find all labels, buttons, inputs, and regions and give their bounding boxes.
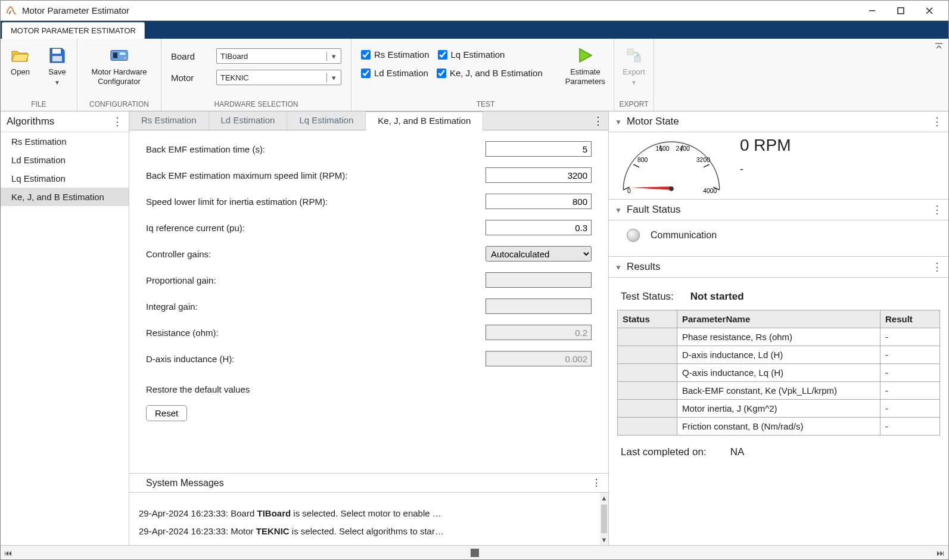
svg-point-25: [669, 186, 674, 191]
system-messages-scrollbar[interactable]: ▲ ▼: [600, 493, 608, 545]
caret-down-icon: ▾: [326, 73, 337, 82]
results-row: Back-EMF constant, Ke (Vpk_LL/krpm)-: [618, 382, 940, 400]
ribbon-main-tab[interactable]: MOTOR PARAMETER ESTIMATOR: [2, 22, 145, 39]
form-input[interactable]: [486, 220, 592, 235]
form-input[interactable]: [486, 141, 592, 157]
fault-status-menu-button[interactable]: ⋮: [932, 203, 942, 216]
estimation-tab[interactable]: Rs Estimation: [129, 111, 209, 130]
folder-open-icon: [11, 46, 30, 65]
controller-gains-select[interactable]: Autocalculated: [486, 246, 592, 262]
reset-button[interactable]: Reset: [146, 405, 187, 421]
save-button[interactable]: Save ▼: [41, 43, 73, 88]
svg-rect-1: [898, 8, 904, 14]
svg-rect-7: [113, 52, 118, 58]
svg-rect-10: [627, 49, 633, 55]
svg-point-9: [124, 57, 126, 60]
fault-status-header: ▼Fault Status ⋮: [609, 199, 948, 220]
motor-state-status: -: [740, 163, 791, 176]
export-icon: [624, 46, 643, 65]
algorithm-item[interactable]: Lq Estimation: [1, 169, 129, 188]
lq-estimation-checkbox[interactable]: Lq Estimation: [438, 49, 505, 60]
motor-hardware-configurator-button[interactable]: Motor HardwareConfigurator: [81, 43, 157, 88]
estimate-parameters-button[interactable]: EstimateParameters: [561, 43, 610, 88]
form-label: Iq reference current (pu):: [146, 223, 486, 233]
system-message-line: 29-Apr-2024 16:23:33: Board TIBoard is s…: [139, 505, 603, 522]
svg-line-14: [633, 164, 639, 167]
splitter-handle[interactable]: [471, 549, 479, 557]
motor-state-menu-button[interactable]: ⋮: [932, 115, 942, 128]
collapse-icon[interactable]: ▼: [615, 118, 622, 126]
form-input[interactable]: [486, 194, 592, 209]
circuit-board-icon: [110, 46, 129, 65]
form-label: Integral gain:: [146, 301, 486, 312]
ribbon-group-hardware: Board TIBoard ▾ Motor TEKNIC ▾ HARDWARE …: [161, 39, 351, 111]
kejb-estimation-checkbox[interactable]: Ke, J, and B Estimation: [437, 68, 543, 78]
algorithm-item[interactable]: Rs Estimation: [1, 132, 129, 151]
algorithm-item[interactable]: Ke, J, and B Estimation: [1, 188, 129, 206]
estimation-tab[interactable]: Ke, J, and B Estimation: [366, 111, 483, 130]
form-input: [486, 325, 592, 340]
ld-estimation-checkbox[interactable]: Ld Estimation: [361, 68, 428, 78]
scroll-down-icon[interactable]: ▼: [600, 534, 608, 545]
rpm-gauge: 0 800 1600 2400 3200 4000: [615, 136, 728, 193]
maximize-button[interactable]: [886, 1, 915, 21]
algorithms-list: Rs EstimationLd EstimationLq EstimationK…: [1, 132, 129, 545]
svg-rect-8: [120, 52, 125, 55]
algorithms-menu-button[interactable]: ⋮: [112, 115, 123, 128]
form-input: [486, 351, 592, 366]
fault-status-body: Communication: [609, 220, 948, 256]
system-messages-body: 29-Apr-2024 16:23:33: Board TIBoard is s…: [129, 493, 608, 545]
rs-estimation-checkbox[interactable]: Rs Estimation: [361, 49, 430, 60]
results-row: Motor inertia, J (Kgm^2)-: [618, 400, 940, 418]
results-table: Status ParameterName Result Phase resist…: [617, 310, 940, 435]
motor-state-body: 0 800 1600 2400 3200 4000 0 RPM -: [609, 132, 948, 199]
export-button[interactable]: Export ▼: [618, 43, 650, 88]
nav-first-button[interactable]: ⏮: [4, 548, 13, 558]
form-row: D-axis inductance (H):: [146, 351, 592, 366]
close-button[interactable]: [915, 1, 944, 21]
motor-select[interactable]: TEKNIC ▾: [216, 70, 341, 85]
estimation-tabbar: Rs EstimationLd EstimationLq EstimationK…: [129, 111, 608, 130]
test-status-label: Test Status:: [621, 291, 674, 303]
open-button[interactable]: Open: [4, 43, 36, 79]
scroll-up-icon[interactable]: ▲: [600, 493, 608, 503]
svg-text:1600: 1600: [655, 145, 669, 152]
nav-last-button[interactable]: ⏭: [936, 548, 945, 558]
results-row: Q-axis inductance, Lq (H)-: [618, 364, 940, 382]
right-panel: ▼Motor State ⋮ 0 800 1600 2400: [609, 111, 948, 545]
estimation-tab[interactable]: Lq Estimation: [287, 111, 366, 130]
form-label: Controller gains:: [146, 249, 486, 259]
tabbar-menu-button[interactable]: ⋮: [588, 111, 608, 130]
minimize-button[interactable]: [858, 1, 886, 21]
ribbon-group-file: Open Save ▼ FILE: [1, 39, 77, 111]
board-select[interactable]: TIBoard ▾: [216, 48, 341, 64]
ribbon-tabstrip: MOTOR PARAMETER ESTIMATOR: [1, 21, 948, 39]
collapse-icon[interactable]: ▼: [615, 206, 622, 214]
form-label: Back EMF estimation time (s):: [146, 144, 486, 154]
system-messages-menu-button[interactable]: ⋮: [592, 477, 601, 489]
test-status-value: Not started: [690, 291, 744, 303]
estimation-tab[interactable]: Ld Estimation: [209, 111, 288, 130]
form-label: D-axis inductance (H):: [146, 354, 486, 364]
svg-line-17: [704, 164, 710, 167]
communication-label: Communication: [651, 230, 717, 241]
svg-text:2400: 2400: [676, 145, 690, 152]
form-row: Speed lower limit for inertia estimation…: [146, 194, 592, 209]
collapse-icon[interactable]: ▼: [615, 263, 622, 272]
results-menu-button[interactable]: ⋮: [932, 260, 942, 273]
communication-led-icon: [627, 229, 640, 242]
ribbon: Open Save ▼ FILE Motor HardwareConfigura…: [1, 39, 948, 111]
svg-text:0: 0: [627, 188, 631, 194]
ribbon-collapse-button[interactable]: [654, 39, 948, 111]
form-row: Back EMF estimation maximum speed limit …: [146, 167, 592, 183]
form-row: Proportional gain:: [146, 272, 592, 288]
results-row: Phase resistance, Rs (ohm)-: [618, 328, 940, 346]
play-icon: [575, 46, 595, 65]
form-label: Speed lower limit for inertia estimation…: [146, 197, 486, 207]
results-body: Test Status: Not started Status Paramete…: [609, 278, 948, 475]
form-label: Resistance (ohm):: [146, 328, 486, 338]
ribbon-group-export: Export ▼ EXPORT: [614, 39, 654, 111]
algorithm-item[interactable]: Ld Estimation: [1, 151, 129, 169]
form-input[interactable]: [486, 167, 592, 183]
restore-defaults-label: Restore the default values: [146, 384, 592, 394]
